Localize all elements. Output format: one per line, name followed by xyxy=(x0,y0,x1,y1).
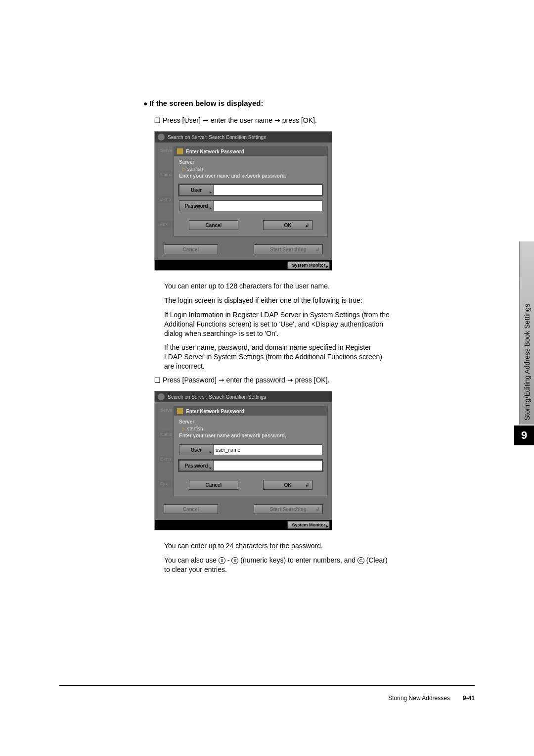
outer-cancel-button[interactable]: Cancel xyxy=(164,244,218,254)
key-0-icon: 0 xyxy=(219,557,225,564)
user-field-row: User xyxy=(179,185,322,195)
inner-dialog-title: Serve Enter Network Password xyxy=(174,147,327,156)
password-input[interactable] xyxy=(213,200,322,211)
side-label-email: E-ma xyxy=(159,196,174,203)
chapter-number: 9 xyxy=(514,425,534,445)
para-incorrect: If the user name, password, and domain n… xyxy=(164,343,391,371)
para-numeric: You can also use 0 - 9 (numeric keys) to… xyxy=(164,556,391,574)
password-button-2[interactable]: Password xyxy=(179,460,214,471)
server-info: Server ▷ starfish Enter your user name a… xyxy=(179,159,322,180)
dialog-titlebar-2: Search on Server: Search Condition Setti… xyxy=(155,391,332,402)
status-bar: System Monitor xyxy=(155,260,332,270)
password-field-row: Password xyxy=(179,200,322,211)
user-input-2[interactable]: user_name xyxy=(213,444,322,455)
server-info-2: Server ▷ starfish Enter your user name a… xyxy=(179,419,322,439)
password-button[interactable]: Password xyxy=(179,200,214,211)
side-label-fax: Fax xyxy=(159,221,174,228)
key-icon xyxy=(177,408,183,414)
dialog-title-2: Search on Server: Search Condition Setti… xyxy=(168,394,266,400)
para-128: You can enter up to 128 characters for t… xyxy=(164,282,391,291)
section-heading: If the screen below is displayed: xyxy=(143,99,391,107)
side-tab-label: Storing/Editing Address Book Settings xyxy=(523,304,531,421)
side-label-email-2: E-ma xyxy=(159,456,174,463)
side-label-name: Name xyxy=(159,171,174,178)
user-field-row-2: User user_name xyxy=(179,444,322,455)
password-field-row-2: Password xyxy=(179,460,322,471)
footer-page: 9-41 xyxy=(463,695,475,702)
ok-button[interactable]: OK xyxy=(263,220,312,230)
key-9-icon: 9 xyxy=(231,557,238,564)
dialog-screenshot-1: Search on Server: Search Condition Setti… xyxy=(154,131,332,271)
user-input[interactable] xyxy=(213,185,322,195)
para-login: The login screen is displayed if either … xyxy=(164,296,391,305)
para-24: You can enter up to 24 characters for th… xyxy=(164,541,391,551)
side-tab: Storing/Editing Address Book Settings xyxy=(519,241,534,425)
dialog-title: Search on Server: Search Condition Setti… xyxy=(168,135,266,140)
side-label-fax-2: Fax xyxy=(159,480,174,487)
status-bar-2: System Monitor xyxy=(155,520,332,530)
serve-cut-label-2: Serve xyxy=(160,408,173,413)
para-use: If Login Information in Register LDAP Se… xyxy=(164,310,391,338)
inner-dialog-title-2: Serve Enter Network Password xyxy=(174,407,327,416)
side-label-name-2: Name xyxy=(159,431,174,438)
back-icon xyxy=(158,393,165,400)
system-monitor-button[interactable]: System Monitor xyxy=(287,261,330,269)
user-button[interactable]: User xyxy=(179,185,214,195)
key-icon xyxy=(177,148,183,154)
outer-cancel-button-2[interactable]: Cancel xyxy=(164,504,218,514)
ok-button-2[interactable]: OK xyxy=(263,480,312,490)
system-monitor-button-2[interactable]: System Monitor xyxy=(287,521,330,529)
key-clear-icon: C xyxy=(357,557,364,564)
step-user: Press [User] ➞ enter the user name ➞ pre… xyxy=(154,116,391,124)
dialog-screenshot-2: Search on Server: Search Condition Setti… xyxy=(154,391,332,530)
cancel-button[interactable]: Cancel xyxy=(189,220,238,230)
back-icon xyxy=(158,134,165,141)
user-button-2[interactable]: User xyxy=(179,444,214,455)
serve-cut-label: Serve xyxy=(160,148,173,153)
start-searching-button[interactable]: Start Searching xyxy=(254,244,323,254)
start-searching-button-2[interactable]: Start Searching xyxy=(254,504,323,514)
page-footer: Storing New Addresses 9-41 xyxy=(59,685,475,702)
cancel-button-2[interactable]: Cancel xyxy=(189,480,238,490)
password-input-2[interactable] xyxy=(213,460,322,471)
step-password: Press [Password] ➞ enter the password ➞ … xyxy=(154,376,391,384)
footer-section: Storing New Addresses xyxy=(388,695,450,702)
dialog-titlebar: Search on Server: Search Condition Setti… xyxy=(155,132,332,142)
